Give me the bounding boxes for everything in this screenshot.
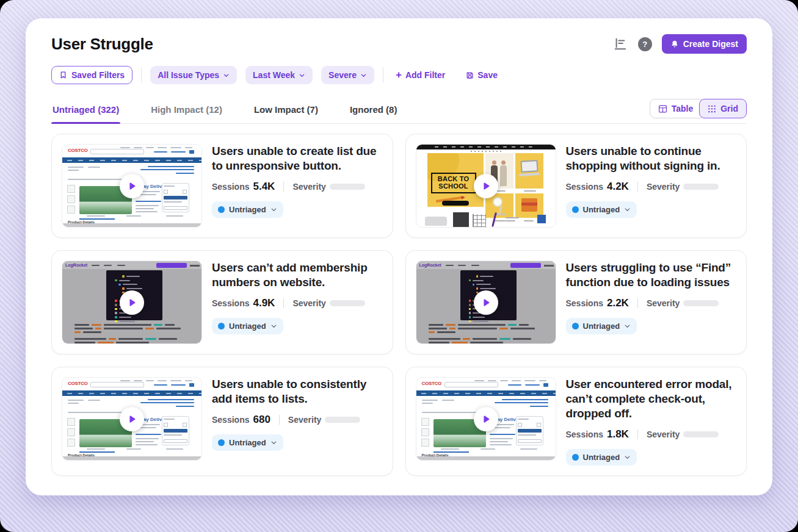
play-button[interactable] bbox=[474, 290, 498, 315]
session-thumbnail[interactable]: BACK TO SCHOOL bbox=[416, 144, 556, 228]
sessions-value: 680 bbox=[253, 414, 270, 426]
tab-ignored[interactable]: Ignored (8) bbox=[349, 101, 399, 123]
play-button[interactable] bbox=[120, 174, 144, 198]
issue-card-body: Users unable to continue shopping withou… bbox=[566, 144, 737, 228]
chevron-down-icon bbox=[270, 206, 277, 213]
divider bbox=[283, 182, 284, 192]
issue-card[interactable]: COSTCO 2-Day Delivery bbox=[51, 367, 393, 476]
divider bbox=[283, 298, 284, 308]
grid-view-button[interactable]: Grid bbox=[699, 99, 747, 118]
add-filter-button[interactable]: + Add Filter bbox=[392, 68, 449, 82]
filter-date-range-label: Last Week bbox=[253, 70, 295, 80]
sessions-value: 2.2K bbox=[607, 297, 629, 309]
help-icon[interactable]: ? bbox=[638, 37, 652, 51]
issue-card[interactable]: COSTCO 2-Day Delivery bbox=[405, 367, 747, 476]
chevron-down-icon bbox=[270, 439, 277, 446]
severity-meter bbox=[330, 184, 365, 190]
issue-card-body: Users struggling to use “Find” function … bbox=[566, 261, 737, 344]
issue-title: Users unable to continue shopping withou… bbox=[566, 144, 737, 173]
chevron-down-icon bbox=[223, 72, 230, 79]
header-actions: ? Create Digest bbox=[612, 34, 747, 54]
page-title: User Struggle bbox=[51, 35, 153, 54]
status-label: Untriaged bbox=[229, 205, 266, 214]
save-icon bbox=[466, 71, 474, 79]
severity-meter bbox=[330, 300, 365, 306]
issue-card[interactable]: COSTCO 2-Day Delivery bbox=[51, 134, 393, 238]
severity-label: Severity bbox=[647, 298, 680, 308]
severity-meter bbox=[325, 417, 360, 423]
session-thumbnail[interactable]: COSTCO 2-Day Delivery bbox=[62, 377, 202, 461]
sessions-value: 1.8K bbox=[607, 428, 629, 440]
create-digest-label: Create Digest bbox=[683, 39, 738, 49]
session-thumbnail[interactable]: COSTCO 2-Day Delivery bbox=[62, 144, 202, 228]
sessions-value: 5.4K bbox=[253, 181, 275, 193]
issue-card-body: Users unable to consistently add items t… bbox=[212, 377, 383, 466]
play-button[interactable] bbox=[474, 407, 498, 431]
table-view-button[interactable]: Table bbox=[650, 99, 702, 118]
tab-untriaged[interactable]: Untriaged (322) bbox=[51, 101, 120, 123]
status-dot-icon bbox=[572, 454, 579, 461]
app-panel: User Struggle ? Create Digest bbox=[26, 18, 772, 495]
status-dropdown[interactable]: Untriaged bbox=[566, 201, 637, 218]
status-label: Untriaged bbox=[583, 453, 620, 462]
sessions-label: Sessions bbox=[212, 182, 249, 192]
session-thumbnail[interactable]: LogRocket bbox=[62, 261, 202, 344]
status-dropdown[interactable]: Untriaged bbox=[566, 449, 637, 466]
sessions-value: 4.2K bbox=[607, 181, 629, 193]
issue-stats: Sessions 5.4K Severity bbox=[212, 181, 383, 193]
issue-title: Users unable to consistently add items t… bbox=[212, 377, 383, 406]
tab-high-impact[interactable]: High Impact (12) bbox=[150, 101, 223, 123]
severity-meter bbox=[683, 300, 719, 306]
issue-stats: Sessions 680 Severity bbox=[212, 414, 383, 426]
play-button[interactable] bbox=[474, 174, 498, 198]
table-icon bbox=[658, 105, 667, 113]
save-filter-button[interactable]: Save bbox=[462, 70, 501, 81]
sessions-label: Sessions bbox=[566, 430, 603, 439]
issue-title: Users can’t add membership numbers on we… bbox=[212, 261, 383, 290]
issue-card[interactable]: LogRocket bbox=[51, 250, 393, 354]
grid-icon bbox=[708, 105, 716, 113]
session-thumbnail[interactable]: LogRocket bbox=[416, 261, 556, 344]
status-dot-icon bbox=[218, 206, 225, 213]
sessions-label: Sessions bbox=[566, 298, 603, 308]
play-button[interactable] bbox=[120, 407, 144, 431]
filter-date-range[interactable]: Last Week bbox=[245, 66, 313, 84]
issue-card-body: Users unable to create list due to unres… bbox=[212, 144, 383, 228]
status-dropdown[interactable]: Untriaged bbox=[212, 434, 283, 451]
issue-stats: Sessions 2.2K Severity bbox=[566, 297, 737, 309]
add-filter-label: Add Filter bbox=[405, 70, 445, 80]
sessions-value: 4.9K bbox=[253, 297, 275, 309]
table-view-label: Table bbox=[672, 104, 694, 113]
issue-card[interactable]: BACK TO SCHOOL bbox=[405, 134, 747, 238]
tab-low-impact[interactable]: Low Impact (7) bbox=[253, 101, 319, 123]
status-dropdown[interactable]: Untriaged bbox=[566, 318, 637, 334]
divider bbox=[637, 430, 638, 439]
card-grid: COSTCO 2-Day Delivery bbox=[51, 134, 747, 476]
status-dropdown[interactable]: Untriaged bbox=[212, 318, 283, 334]
chevron-down-icon bbox=[270, 323, 277, 329]
filter-issue-types[interactable]: All Issue Types bbox=[150, 66, 237, 84]
divider bbox=[279, 415, 280, 425]
severity-meter bbox=[683, 431, 719, 437]
session-thumbnail[interactable]: COSTCO 2-Day Delivery bbox=[416, 377, 556, 461]
page-header: User Struggle ? Create Digest bbox=[51, 34, 747, 54]
status-dot-icon bbox=[572, 323, 579, 329]
create-digest-button[interactable]: Create Digest bbox=[662, 34, 747, 54]
status-dot-icon bbox=[218, 439, 225, 446]
issue-card-body: User encountered error modal, can’t comp… bbox=[566, 377, 737, 466]
grid-view-label: Grid bbox=[720, 104, 738, 113]
play-button[interactable] bbox=[120, 290, 144, 315]
status-label: Untriaged bbox=[583, 322, 620, 331]
status-dot-icon bbox=[218, 323, 225, 329]
status-label: Untriaged bbox=[229, 322, 266, 331]
status-dropdown[interactable]: Untriaged bbox=[212, 201, 283, 218]
chevron-down-icon bbox=[624, 323, 631, 329]
issue-card[interactable]: LogRocket bbox=[405, 250, 747, 354]
bar-chart-icon[interactable] bbox=[612, 36, 628, 52]
issue-stats: Sessions 1.8K Severity bbox=[566, 428, 737, 440]
chevron-down-icon bbox=[360, 72, 367, 79]
filter-severity[interactable]: Severe bbox=[321, 66, 374, 84]
saved-filters-button[interactable]: Saved Filters bbox=[51, 66, 132, 84]
issue-title: Users unable to create list due to unres… bbox=[212, 144, 383, 173]
tabs-row: Untriaged (322) High Impact (12) Low Imp… bbox=[51, 99, 747, 124]
